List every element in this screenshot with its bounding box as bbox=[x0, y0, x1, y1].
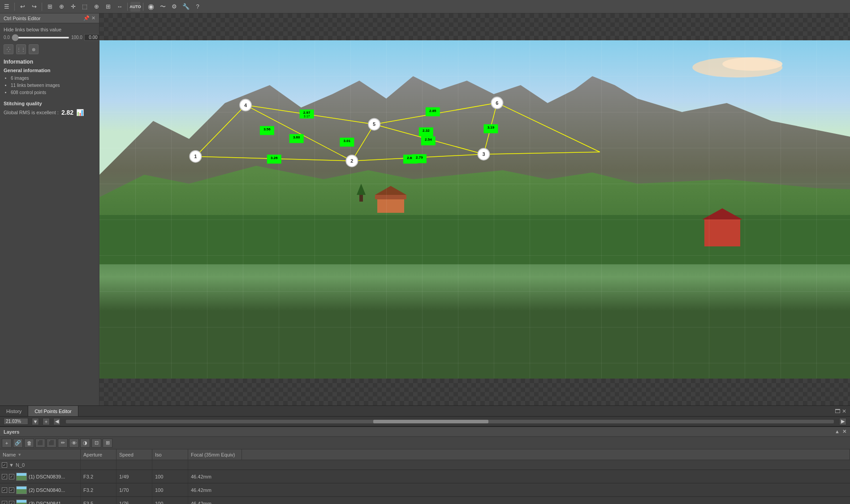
row2-name-cell: (2) DSCN0840... bbox=[0, 483, 81, 496]
undo-icon[interactable]: ↩ bbox=[17, 2, 27, 12]
close-panel-button[interactable]: ✕ bbox=[91, 15, 95, 21]
menu-icon[interactable]: ☰ bbox=[2, 2, 12, 12]
tab-ctrl-points-editor[interactable]: Ctrl Points Editor bbox=[28, 406, 78, 416]
move-icon[interactable]: ✛ bbox=[68, 2, 78, 12]
auto-icon[interactable]: AUTO bbox=[130, 2, 140, 12]
panel-header-btns: 📌 ✕ bbox=[83, 15, 95, 21]
svg-rect-11 bbox=[704, 220, 740, 246]
row2-speed: 1/70 bbox=[116, 483, 152, 496]
redo-icon[interactable]: ↪ bbox=[29, 2, 39, 12]
row3-speed: 1/76 bbox=[116, 497, 152, 504]
link-icon[interactable]: ⊞ bbox=[103, 2, 113, 12]
layer-crop-button[interactable]: ⊡ bbox=[91, 439, 101, 448]
group-expand-icon[interactable]: ▼ bbox=[9, 462, 14, 468]
network-icon[interactable]: ⊛ bbox=[29, 44, 39, 54]
row2-thumb bbox=[16, 486, 27, 494]
col-aperture[interactable]: Aperture bbox=[81, 449, 116, 460]
panel-header: Ctrl Points Editor 📌 ✕ bbox=[0, 13, 99, 23]
grid-icon[interactable]: ⊞ bbox=[45, 2, 55, 12]
zoom-in-button[interactable]: + bbox=[43, 418, 50, 425]
row2-name: (2) DSCN0840... bbox=[29, 487, 65, 493]
target-icon[interactable]: ⊕ bbox=[91, 2, 101, 12]
row1-thumb bbox=[16, 473, 27, 481]
rms-value: 2.82 bbox=[61, 109, 73, 116]
row3-link-check[interactable] bbox=[9, 501, 14, 504]
horizontal-scrollbar[interactable] bbox=[66, 420, 834, 423]
row1-link-check[interactable] bbox=[9, 474, 14, 479]
tools-icon[interactable]: 🔧 bbox=[181, 2, 191, 12]
slider-row: 0.0 100.0 0.00 ▲▼ bbox=[4, 34, 95, 41]
pin-button[interactable]: 📌 bbox=[83, 15, 90, 21]
layer-align-left-button[interactable]: ⬛ bbox=[35, 439, 45, 448]
col-iso-label: Iso bbox=[155, 452, 162, 457]
col-speed[interactable]: Speed bbox=[116, 449, 152, 460]
row2-link-check[interactable] bbox=[9, 487, 14, 493]
info-list: 6 images 11 links between images 608 con… bbox=[4, 75, 95, 96]
maximize-button[interactable]: 🗖 bbox=[835, 408, 840, 414]
close-tab-button[interactable]: ✕ bbox=[842, 408, 846, 414]
group-name-label: N_0 bbox=[16, 462, 25, 468]
layer-row: (3) DSCN0841... F3.5 1/76 100 46.42mm bbox=[0, 497, 850, 504]
row3-name: (3) DSCN0841... bbox=[29, 501, 65, 504]
group-iso bbox=[152, 460, 188, 470]
hide-links-label: Hide links below this value bbox=[4, 27, 95, 32]
zoom-value: 21.03% bbox=[6, 419, 21, 424]
col-iso[interactable]: Iso bbox=[152, 449, 188, 460]
layer-add-button[interactable]: + bbox=[2, 439, 12, 448]
row3-check[interactable] bbox=[2, 501, 7, 504]
info-item-3: 608 control points bbox=[11, 89, 95, 96]
stitching-quality-title: Stitching quality bbox=[4, 101, 95, 106]
row1-name: (1) DSCN0839... bbox=[29, 474, 65, 479]
left-panel: Ctrl Points Editor 📌 ✕ Hide links below … bbox=[0, 13, 99, 405]
col-speed-label: Speed bbox=[119, 452, 134, 457]
layers-header: Layers ▲ ✕ bbox=[0, 427, 850, 437]
row1-name-cell: (1) DSCN0839... bbox=[0, 470, 81, 483]
separator-2 bbox=[42, 3, 42, 11]
panel-title: Ctrl Points Editor bbox=[4, 16, 41, 21]
zoom-right-button[interactable]: ▶ bbox=[839, 418, 846, 425]
col-name[interactable]: Name ▼ bbox=[0, 449, 81, 460]
group-visible-check[interactable] bbox=[2, 462, 7, 468]
settings-icon[interactable]: ⚙ bbox=[169, 2, 179, 12]
transform-icon[interactable]: ↔ bbox=[115, 2, 125, 12]
tab-ctrl-points-label: Ctrl Points Editor bbox=[35, 409, 72, 414]
close-layers-button[interactable]: ✕ bbox=[842, 429, 846, 435]
main-area: Ctrl Points Editor 📌 ✕ Hide links below … bbox=[0, 13, 850, 405]
layer-more-button[interactable]: ⊞ bbox=[103, 439, 112, 448]
layer-link-button[interactable]: 🔗 bbox=[13, 439, 23, 448]
select-icon[interactable]: ⬚ bbox=[80, 2, 90, 12]
row3-iso: 100 bbox=[152, 497, 188, 504]
row3-aperture: F3.5 bbox=[81, 497, 116, 504]
canvas-area[interactable]: 1 2 3 4 5 6 3.56 bbox=[99, 13, 850, 405]
tab-history[interactable]: History bbox=[0, 406, 28, 416]
add-cp-icon[interactable]: ⊕ bbox=[56, 2, 66, 12]
dots-icon[interactable]: ⋮⋮ bbox=[16, 44, 26, 54]
svg-point-2 bbox=[722, 57, 782, 71]
hide-links-slider[interactable] bbox=[12, 37, 69, 39]
help-icon[interactable]: ? bbox=[193, 2, 203, 12]
row2-check[interactable] bbox=[2, 487, 7, 493]
layer-edit-button[interactable]: ✏ bbox=[58, 439, 68, 448]
row3-thumb bbox=[16, 500, 27, 504]
layer-align-center-button[interactable]: ⬛ bbox=[47, 439, 56, 448]
rms-chart-icon: 📊 bbox=[76, 109, 84, 116]
col-focal-label: Focal (35mm Equiv) bbox=[191, 452, 235, 457]
zoom-dropdown-button[interactable]: ▼ bbox=[32, 418, 39, 425]
zoom-left-button[interactable]: ◀ bbox=[53, 418, 60, 425]
row1-speed: 1/49 bbox=[116, 470, 152, 483]
information-title: Information bbox=[4, 59, 95, 65]
general-info-title: General information bbox=[4, 68, 95, 73]
row3-name-cell: (3) DSCN0841... bbox=[0, 497, 81, 504]
status-bar: 21.03% ▼ + ◀ ▶ bbox=[0, 416, 850, 426]
layer-row: (1) DSCN0839... F3.2 1/49 100 46.42mm bbox=[0, 470, 850, 483]
layer-delete-button[interactable]: 🗑 bbox=[24, 439, 34, 448]
layer-view-button[interactable]: 👁 bbox=[69, 439, 79, 448]
row1-check[interactable] bbox=[2, 474, 7, 479]
col-focal[interactable]: Focal (35mm Equiv) bbox=[188, 449, 242, 460]
panorama-canvas: 1 2 3 4 5 6 3.56 bbox=[99, 13, 850, 405]
wave-icon[interactable]: 〜 bbox=[158, 2, 168, 12]
layer-mask-button[interactable]: ◑ bbox=[80, 439, 90, 448]
expand-layers-button[interactable]: ▲ bbox=[835, 429, 840, 435]
scatter-icon[interactable]: ⁛ bbox=[4, 44, 13, 54]
color-icon[interactable]: ◉ bbox=[146, 2, 156, 12]
